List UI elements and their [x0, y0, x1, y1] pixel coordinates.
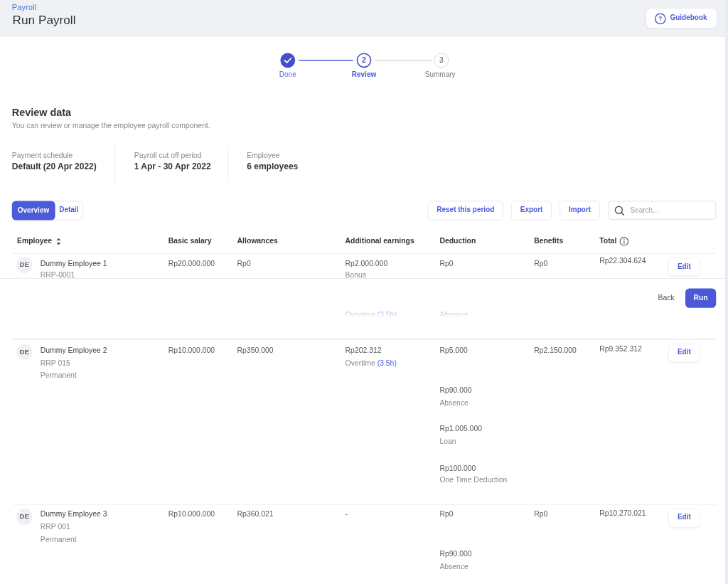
svg-text:?: ?	[658, 15, 662, 22]
